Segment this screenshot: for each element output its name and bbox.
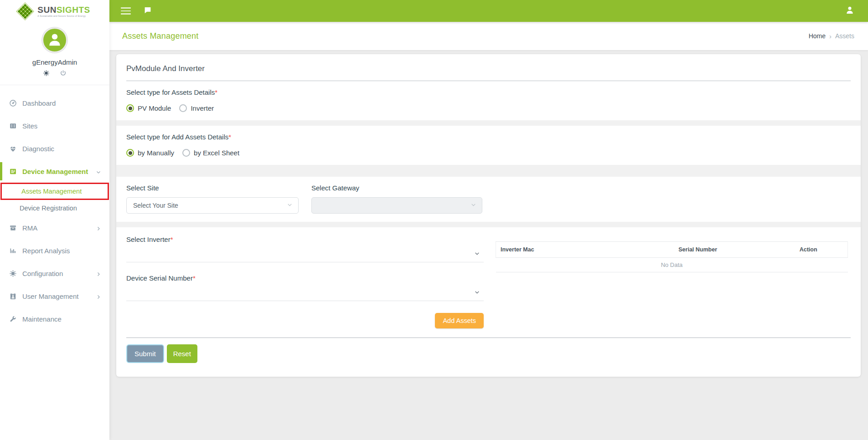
sidebar-subitem-label: Assets Management xyxy=(21,188,82,195)
sidebar-item-report-analysis[interactable]: Report Analysis xyxy=(0,239,109,262)
sidebar-item-label: Dashboard xyxy=(22,99,101,107)
site-select[interactable]: Select Your Site xyxy=(126,197,299,214)
assets-type-label: Select type for Assets Details* xyxy=(126,88,851,96)
sidebar-item-diagnostic[interactable]: Diagnostic xyxy=(0,137,109,160)
sidebar-item-label: Sites xyxy=(22,122,101,130)
add-type-label: Select type for Add Assets Details* xyxy=(126,133,851,141)
highlight-box: Assets Management xyxy=(0,183,109,200)
sidebar-item-device-management[interactable]: Device Management xyxy=(0,160,109,183)
radio-label: Inverter xyxy=(191,104,214,112)
content-area: PvModule And Inverter Select type for As… xyxy=(109,50,868,440)
table-header-action: Action xyxy=(769,242,847,258)
sidebar-item-label: Diagnostic xyxy=(22,145,101,153)
sidebar: SUNSIGHTS A Sustainable and Secure Sourc… xyxy=(0,0,109,440)
configuration-gear-icon xyxy=(9,270,17,277)
brand-logo[interactable]: SUNSIGHTS A Sustainable and Secure Sourc… xyxy=(0,0,109,20)
radio-by-excel-sheet[interactable]: by Excel Sheet xyxy=(182,149,239,157)
sidebar-item-label: RMA xyxy=(22,224,96,232)
sidebar-item-user-management[interactable]: User Management xyxy=(0,285,109,307)
person-icon xyxy=(47,31,62,49)
required-asterisk: * xyxy=(193,274,196,282)
device-management-icon xyxy=(9,168,17,175)
sidebar-nav: Dashboard Sites Diagnostic Device Manage… xyxy=(0,85,109,330)
chevron-down-icon xyxy=(96,169,101,174)
table-header-inverter-mac: Inverter Mac xyxy=(496,242,627,258)
dashboard-icon xyxy=(9,99,17,107)
serial-select[interactable] xyxy=(126,282,484,301)
chevron-right-icon xyxy=(96,293,101,299)
sidebar-item-rma[interactable]: RMA xyxy=(0,216,109,239)
inverter-label: Select Inverter* xyxy=(126,235,484,243)
sidebar-item-label: User Management xyxy=(22,292,96,300)
sidebar-item-configuration[interactable]: Configuration xyxy=(0,262,109,285)
sidebar-item-label: Maintenance xyxy=(22,315,101,323)
card-title: PvModule And Inverter xyxy=(126,64,851,81)
sidebar-item-label: Configuration xyxy=(22,270,96,277)
table-header-row: Inverter Mac Serial Number Action xyxy=(496,242,848,258)
radio-label: by Manually xyxy=(138,149,174,157)
site-label: Select Site xyxy=(126,184,299,192)
sidebar-item-sites[interactable]: Sites xyxy=(0,114,109,137)
chat-icon[interactable] xyxy=(144,6,152,16)
sites-icon xyxy=(9,122,17,130)
section-assets-type: Select type for Assets Details* PV Modul… xyxy=(116,81,861,120)
inverter-select[interactable] xyxy=(126,243,484,262)
diagnostic-icon xyxy=(9,145,17,153)
breadcrumb-home-link[interactable]: Home xyxy=(809,32,826,40)
brand-name-sights: SIGHTS xyxy=(57,5,90,15)
sidebar-item-dashboard[interactable]: Dashboard xyxy=(0,92,109,114)
report-analysis-icon xyxy=(9,247,17,255)
power-icon[interactable] xyxy=(60,70,67,77)
section-add-type: Select type for Add Assets Details* by M… xyxy=(116,126,861,165)
submit-button[interactable]: Submit xyxy=(126,344,164,363)
maintenance-wrench-icon xyxy=(9,315,17,323)
section-divider-band xyxy=(116,165,861,177)
submit-row: Submit Reset xyxy=(116,338,861,377)
sidebar-item-label: Report Analysis xyxy=(22,247,101,255)
page-header: Assets Management Home › Assets xyxy=(109,22,868,50)
serial-label: Device Serial Number* xyxy=(126,274,484,282)
solar-panel-logo-icon xyxy=(17,3,34,20)
page-title: Assets Management xyxy=(122,31,198,41)
brand-name: SUNSIGHTS xyxy=(37,5,90,14)
chevron-down-icon xyxy=(470,202,476,209)
brand-tagline: A Sustainable and Secure Source of Energ… xyxy=(37,15,90,17)
sidebar-subitem-assets-management[interactable]: Assets Management xyxy=(2,184,108,199)
required-asterisk: * xyxy=(228,133,231,141)
topbar xyxy=(109,0,868,22)
gear-icon[interactable] xyxy=(43,70,50,77)
main-area: Assets Management Home › Assets PvModule… xyxy=(109,0,868,440)
gateway-select-disabled xyxy=(311,197,482,214)
radio-label: by Excel Sheet xyxy=(194,149,239,157)
reset-button[interactable]: Reset xyxy=(167,344,197,363)
chevron-down-icon xyxy=(287,202,293,209)
radio-unselected-icon xyxy=(179,104,187,112)
section-divider-band xyxy=(116,222,861,227)
sidebar-item-label: Device Management xyxy=(22,168,96,175)
required-asterisk: * xyxy=(170,235,173,243)
radio-selected-icon xyxy=(126,104,134,112)
avatar[interactable] xyxy=(42,27,67,53)
hamburger-menu-icon[interactable] xyxy=(121,5,131,16)
required-asterisk: * xyxy=(215,88,217,96)
user-management-icon xyxy=(9,292,17,300)
username: gEnergyAdmin xyxy=(0,58,109,66)
sidebar-item-maintenance[interactable]: Maintenance xyxy=(0,307,109,330)
breadcrumb-separator: › xyxy=(829,32,832,40)
chevron-down-icon xyxy=(474,250,480,258)
radio-inverter[interactable]: Inverter xyxy=(179,104,214,112)
radio-pv-module[interactable]: PV Module xyxy=(126,104,171,112)
rma-icon xyxy=(9,224,17,232)
table-empty-row: No Data xyxy=(496,258,848,272)
breadcrumb-current: Assets xyxy=(835,32,854,40)
radio-by-manually[interactable]: by Manually xyxy=(126,149,174,157)
user-menu-icon[interactable] xyxy=(845,5,854,16)
radio-unselected-icon xyxy=(182,149,190,157)
table-empty-text: No Data xyxy=(496,258,848,272)
table-header-serial-number: Serial Number xyxy=(626,242,769,258)
section-divider-band xyxy=(116,120,861,126)
section-site-gateway: Select Site Select Your Site Select Gate… xyxy=(116,177,861,222)
sidebar-subitem-device-registration[interactable]: Device Registration xyxy=(0,200,109,216)
gateway-label: Select Gateway xyxy=(311,184,482,192)
add-assets-button[interactable]: Add Assets xyxy=(435,313,484,328)
